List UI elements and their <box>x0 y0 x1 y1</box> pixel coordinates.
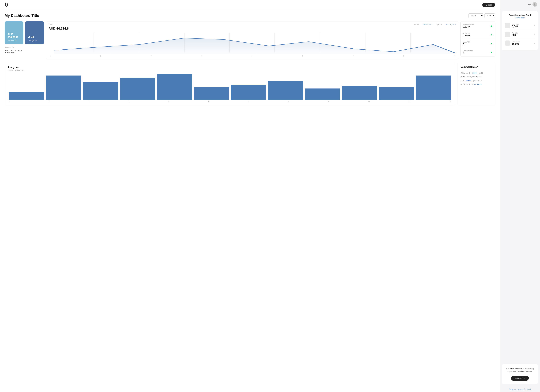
metric-concentration: Concentration 0 ▲ <box>460 48 495 56</box>
low-value: AUD 43,988.1 <box>423 24 432 25</box>
bar-x-axis: 123456789101112 <box>8 100 452 102</box>
payable-icon <box>505 32 510 37</box>
receivable-icon <box>505 40 510 46</box>
calc-text6: would be worth <box>460 83 473 85</box>
user-label: test <box>528 3 531 5</box>
calc-text2: AUD <box>479 72 483 74</box>
user-avatar <box>533 2 537 7</box>
pro-bold: Pro Account <box>511 368 522 370</box>
bar-item <box>268 81 303 100</box>
coin-select[interactable]: Bitcoin Ethereum Litecoin <box>468 13 483 18</box>
important-title: Some Important Stuff <box>505 14 535 16</box>
learn-more-button[interactable]: Learn more <box>511 376 529 381</box>
in-out-arrow: ▲ <box>490 33 493 36</box>
bar-item <box>46 75 81 100</box>
bar-item <box>231 84 266 100</box>
bar-item <box>157 74 192 100</box>
page-title: My Dashboard Title <box>5 13 39 18</box>
calc-text3: in BTC today, and it goes <box>460 76 481 78</box>
invest-input[interactable] <box>470 72 479 74</box>
change-value: -1.48 <box>28 36 41 39</box>
analytics-title: Analytics <box>8 66 452 69</box>
currency-selects: Bitcoin Ethereum Litecoin AUD USD EUR <box>468 13 495 18</box>
receivable-arrow: › <box>534 42 535 44</box>
analytics-panel: Analytics 1st Mar - 12 Mar 2021 12345678… <box>5 63 455 105</box>
analytics-date: 1st Mar - 12 Mar 2021 <box>8 69 452 71</box>
high-label: High 24h <box>436 24 442 25</box>
chart-price: AUD 44,624.8 <box>49 27 456 30</box>
bar-item <box>305 89 340 100</box>
chart-x-axis: 123456789 <box>49 55 456 57</box>
calc-text1: If I invest $ <box>460 72 470 74</box>
currency-select[interactable]: AUD USD EUR <box>484 13 495 18</box>
volume-btc: B 3,049.54 <box>5 51 44 54</box>
bar-item <box>194 87 229 100</box>
logo-icon <box>5 2 9 7</box>
sidebar-metric-receivable: Receivable 16,503 › <box>505 39 535 47</box>
bar-chart <box>8 74 452 100</box>
target-input[interactable] <box>464 79 473 82</box>
sidebar-metric-payable: Payable 823 › <box>505 30 535 39</box>
chart-unit: 1 BTC <box>49 24 53 25</box>
svg-point-12 <box>534 5 536 5</box>
right-sidebar: test Some Important Stuff View in detail… <box>500 0 540 392</box>
concentration-arrow: ▲ <box>490 51 493 54</box>
metric-large-txs: Large TXS 0 ▲ <box>460 39 495 48</box>
export-button[interactable]: Export <box>482 3 495 7</box>
low-label: Low 24h <box>413 24 419 25</box>
total-cash-icon <box>505 23 510 28</box>
high-value: AUD 45,789.4 <box>446 24 456 25</box>
coin-calculator: Coin Calculator If I invest $ AUD in BTC… <box>458 63 495 105</box>
price-chart: 1 BTC Low 24h AUD 43,988.1 High 24h AUD … <box>46 21 458 59</box>
feedback-link[interactable]: We would love your feedback <box>502 388 538 390</box>
calculator-title: Coin Calculator <box>460 66 492 68</box>
bar-item <box>120 78 155 100</box>
metrics-panel: Address Growth 0.2137 ▲ In and Out 0.245… <box>460 21 495 57</box>
metric-in-out: In and Out 0.2458 ▲ <box>460 30 495 39</box>
volume-info: Volume 24h AUD 137,218,613.9 B 3,049.54 <box>5 47 44 54</box>
market-cap-card: AUD 836.86 B Market Cap <box>5 21 23 44</box>
view-in-detail-link[interactable]: View in detail <box>505 17 535 19</box>
change-label: Change 24h <box>28 40 41 41</box>
calc-text5: per coin, it <box>473 79 482 82</box>
volume-label: Volume 24h <box>5 47 44 49</box>
pro-text: Get a Pro Account to start using super c… <box>505 367 535 373</box>
metric-address-growth: Address Growth 0.2137 ▲ <box>460 21 495 30</box>
market-cap-label: Market Cap <box>7 40 20 41</box>
sidebar-metric-total-cash: Total Cash 8,048 › <box>505 21 535 30</box>
large-txs-arrow: ▲ <box>490 42 493 45</box>
total-cash-arrow: › <box>534 24 535 27</box>
calc-result: $ 2148.00 <box>474 83 482 85</box>
address-growth-arrow: ▲ <box>490 24 493 27</box>
bar-item <box>9 92 44 100</box>
important-stuff-card: Some Important Stuff View in detail Tota… <box>502 11 538 50</box>
volume-aud: AUD 137,218,613.9 <box>5 49 44 51</box>
pro-account-card: Get a Pro Account to start using super c… <box>502 364 538 384</box>
bar-item <box>83 82 118 100</box>
bar-item <box>379 87 414 100</box>
svg-point-11 <box>534 4 535 5</box>
change-24h-card: -1.48 Change 24h <box>25 21 44 44</box>
market-cap-value: AUD 836.86 B <box>7 33 20 39</box>
bar-item <box>416 75 451 100</box>
bar-item <box>342 86 377 100</box>
svg-point-1 <box>6 3 7 6</box>
calc-text4: to $ <box>460 79 464 82</box>
payable-arrow: › <box>534 33 535 35</box>
